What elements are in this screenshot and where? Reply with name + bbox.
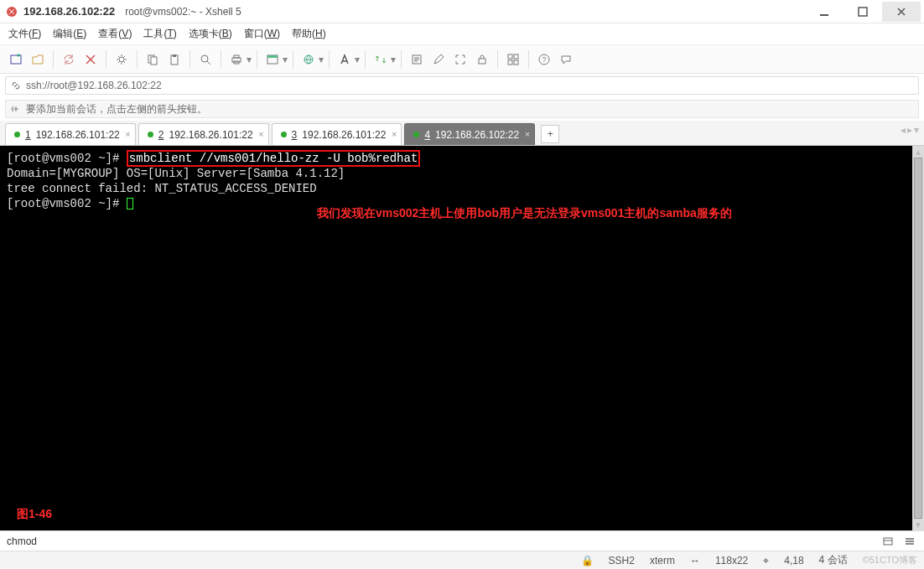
dropdown-arrow-icon[interactable]: ▾	[282, 50, 288, 69]
tab-close-icon[interactable]: ×	[125, 129, 130, 139]
menu-b[interactable]: 选项卡(B)	[189, 27, 232, 41]
tab-scroll-right-icon[interactable]: ▸	[907, 124, 912, 136]
font-icon[interactable]	[335, 50, 354, 69]
info-bar: 要添加当前会话，点击左侧的箭头按钮。	[0, 97, 924, 121]
terminal-area: [root@vms002 ~]# smbclient //vms001/hell…	[0, 146, 924, 530]
lock-icon[interactable]	[473, 50, 491, 69]
tab-number: 4	[424, 129, 430, 141]
tab-close-icon[interactable]: ×	[525, 129, 530, 139]
svg-point-9	[201, 55, 208, 62]
transfer-icon[interactable]	[371, 50, 390, 69]
prompt: [root@vms002 ~]#	[7, 152, 127, 165]
status-dot-icon	[413, 132, 419, 137]
resize-icon: ↔	[690, 555, 700, 566]
toolbar-separator	[189, 50, 190, 69]
svg-rect-20	[508, 60, 512, 65]
svg-rect-11	[234, 55, 239, 58]
toolbar-separator	[329, 50, 330, 69]
menu-f[interactable]: 文件(F)	[8, 27, 41, 41]
toolbar-separator	[221, 50, 221, 69]
help-icon[interactable]: ?	[535, 50, 553, 69]
dropdown-arrow-icon[interactable]: ▾	[390, 50, 397, 69]
svg-rect-3	[11, 55, 21, 64]
status-size: 118x22	[715, 555, 748, 566]
print-icon[interactable]	[227, 50, 246, 69]
watermark: ©51CTO博客	[863, 554, 917, 566]
session-tab[interactable]: 1 192.168.26.101:22×	[5, 123, 136, 145]
minimize-button[interactable]	[805, 2, 844, 22]
maximize-button[interactable]	[844, 2, 882, 22]
scroll-up-icon[interactable]: ▴	[912, 146, 924, 158]
svg-rect-21	[514, 60, 518, 65]
vertical-scrollbar[interactable]: ▴ ▾	[912, 146, 924, 530]
session-tab[interactable]: 2 192.168.26.101:22×	[138, 123, 269, 145]
tab-number: 1	[25, 129, 31, 141]
menu-e[interactable]: 编辑(E)	[53, 27, 86, 41]
menu-w[interactable]: 窗口(W)	[244, 27, 280, 41]
terminal-output-line: Domain=[MYGROUP] OS=[Unix] Server=[Samba…	[7, 167, 345, 180]
tab-label: 192.168.26.101:22	[36, 129, 120, 141]
find-icon[interactable]	[196, 50, 215, 69]
scroll-down-icon[interactable]: ▾	[912, 519, 924, 530]
tab-close-icon[interactable]: ×	[392, 129, 397, 139]
status-dot-icon	[14, 132, 20, 137]
caret-pos-icon: ⌖	[763, 555, 769, 566]
tab-list-icon[interactable]: ▾	[914, 124, 919, 136]
address-url: ssh://root@192.168.26.102:22	[26, 80, 162, 91]
compose-text[interactable]: chmod	[7, 535, 37, 547]
scroll-track[interactable]	[912, 158, 924, 519]
svg-rect-17	[479, 59, 485, 64]
title-bar: 192.168.26.102:22 root@vms002:~ - Xshell…	[0, 0, 924, 23]
toolbar: ▾▾▾▾▾?	[0, 45, 924, 74]
close-button[interactable]	[882, 2, 921, 22]
tab-close-icon[interactable]: ×	[258, 129, 263, 139]
copy-icon[interactable]	[143, 50, 162, 69]
status-sessions: 4 会话	[819, 553, 848, 567]
properties-icon[interactable]	[112, 50, 131, 69]
app-icon	[5, 5, 18, 18]
menu-h[interactable]: 帮助(H)	[292, 27, 326, 41]
reconnect-icon[interactable]	[60, 50, 78, 69]
compose-target-icon[interactable]	[880, 534, 895, 549]
fullscreen-icon[interactable]	[451, 50, 470, 69]
disconnect-icon[interactable]	[81, 50, 100, 69]
encoding-icon[interactable]	[299, 50, 318, 69]
paste-icon[interactable]	[165, 50, 184, 69]
tab-scroll-left-icon[interactable]: ◂	[901, 124, 906, 136]
color-scheme-icon[interactable]	[263, 50, 282, 69]
info-text: 要添加当前会话，点击左侧的箭头按钮。	[26, 102, 207, 116]
menu-v[interactable]: 查看(V)	[98, 27, 132, 41]
svg-rect-14	[267, 55, 278, 58]
session-tab[interactable]: 3 192.168.26.101:22×	[272, 123, 402, 145]
dropdown-arrow-icon[interactable]: ▾	[354, 50, 361, 69]
annotation-text: 我们发现在vms002主机上使用bob用户是无法登录vms001主机的samba…	[317, 206, 732, 221]
address-bar: ssh://root@192.168.26.102:22	[0, 74, 924, 97]
svg-rect-19	[514, 54, 518, 59]
tile-icon[interactable]	[504, 50, 522, 69]
dropdown-arrow-icon[interactable]: ▾	[246, 50, 252, 69]
address-field[interactable]: ssh://root@192.168.26.102:22	[5, 76, 919, 95]
open-session-icon[interactable]	[29, 50, 47, 69]
terminal-output-line: tree connect failed: NT_STATUS_ACCESS_DE…	[7, 182, 317, 195]
svg-rect-18	[508, 54, 512, 59]
tab-label: 192.168.26.101:22	[302, 129, 386, 141]
tab-number: 2	[158, 129, 164, 141]
scroll-thumb[interactable]	[914, 158, 922, 519]
session-tab[interactable]: 4 192.168.26.102:22×	[404, 123, 535, 145]
toolbar-separator	[53, 50, 54, 69]
menu-t[interactable]: 工具(T)	[143, 27, 176, 41]
new-session-icon[interactable]	[7, 50, 25, 69]
new-tab-button[interactable]: +	[541, 125, 559, 143]
chat-icon[interactable]	[557, 50, 575, 69]
dropdown-arrow-icon[interactable]: ▾	[318, 50, 324, 69]
status-bar: 🔒 SSH2 xterm ↔ 118x22 ⌖ 4,18 4 会话 ©51CTO…	[0, 551, 924, 569]
script-icon[interactable]	[407, 50, 426, 69]
toolbar-separator	[401, 50, 402, 69]
terminal[interactable]: [root@vms002 ~]# smbclient //vms001/hell…	[0, 146, 912, 530]
compose-menu-icon[interactable]	[902, 534, 917, 549]
menu-bar: 文件(F)编辑(E)查看(V)工具(T)选项卡(B)窗口(W)帮助(H)	[0, 23, 924, 45]
svg-text:?: ?	[542, 55, 546, 64]
info-arrow-icon[interactable]	[11, 104, 21, 114]
compose-icon[interactable]	[429, 50, 448, 69]
figure-label: 图1-46	[17, 507, 52, 522]
